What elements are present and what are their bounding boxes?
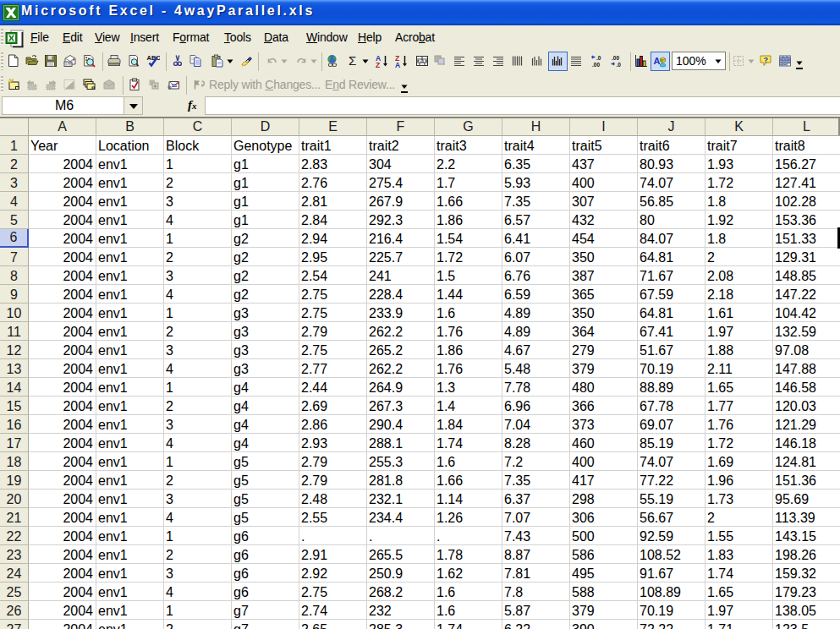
svg-text:Z: Z — [376, 61, 380, 68]
svg-text:Σ: Σ — [349, 54, 356, 68]
svg-text:A: A — [395, 61, 400, 68]
svg-text:a: a — [420, 57, 424, 63]
svg-text:?: ? — [764, 56, 769, 64]
svg-text:.00: .00 — [612, 55, 619, 61]
svg-text:.0: .0 — [596, 55, 601, 61]
svg-text:.00: .00 — [592, 62, 600, 68]
svg-text:A: A — [654, 56, 661, 66]
svg-text:.0: .0 — [617, 62, 622, 68]
